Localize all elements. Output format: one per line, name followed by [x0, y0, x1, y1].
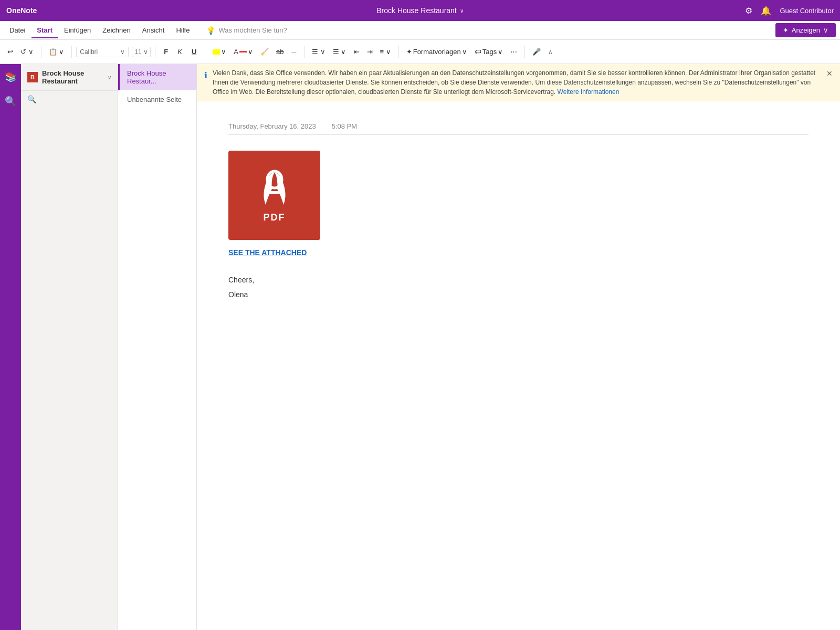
menu-hilfe[interactable]: Hilfe	[171, 24, 195, 36]
show-chevron: ∨	[823, 26, 828, 34]
list-group: ☰ ∨ ☰ ∨ ⇤ ⇥ ≡ ∨	[309, 46, 394, 58]
font-size-box[interactable]: 11 ∨	[132, 47, 151, 57]
indent-less-button[interactable]: ⇤	[351, 46, 363, 58]
tag-icon: 🏷	[475, 48, 481, 56]
infobar-close-icon[interactable]: ✕	[826, 68, 833, 79]
numbered-list-button[interactable]: ☰ ∨	[330, 46, 350, 58]
menu-ansicht[interactable]: Ansicht	[137, 24, 170, 36]
menubar: Datei Start Einfügen Zeichnen Ansicht Hi…	[0, 21, 840, 40]
show-button-label: Anzeigen	[792, 26, 820, 34]
show-button[interactable]: ✦ Anzeigen ∨	[775, 23, 836, 37]
undo-button[interactable]: ↩	[4, 46, 16, 58]
titlebar-right: ⚙ 🔔 Guest Contributor	[745, 6, 834, 16]
separator-5	[304, 46, 304, 58]
acrobat-svg	[256, 168, 293, 210]
bell-icon[interactable]: 🔔	[761, 6, 771, 16]
page-time: 5:08 PM	[332, 122, 357, 130]
tags-label: Tags	[482, 48, 497, 56]
separator-7	[524, 46, 525, 58]
main-layout: 📚 🔍 B Brock House Restaurant ∨ 🔍 Brock H…	[0, 64, 840, 630]
font-name-box[interactable]: Calibri ∨	[76, 47, 129, 57]
notebook-chevron-icon[interactable]: ∨	[108, 75, 111, 80]
notebook-header[interactable]: B Brock House Restaurant ∨	[21, 64, 118, 91]
separator-2	[71, 46, 72, 58]
toolbar: ↩ ↺ ∨ 📋 ∨ Calibri ∨ 11 ∨ F K U ∨ A ∨ 🧹 a…	[0, 40, 840, 64]
infobar: ℹ Vielen Dank, dass Sie Office verwenden…	[197, 64, 840, 101]
font-chevron: ∨	[120, 48, 125, 56]
notebook-title-bar[interactable]: Brock House Restaurant ∨	[376, 6, 464, 15]
strikethrough-button[interactable]: ab	[273, 46, 287, 58]
separator-1	[41, 46, 41, 58]
content-area: ℹ Vielen Dank, dass Sie Office verwenden…	[197, 64, 840, 630]
notebook-icon: B	[27, 72, 38, 82]
page-item-brock[interactable]: Brock House Restaur...	[118, 64, 196, 90]
underline-button[interactable]: U	[187, 46, 201, 58]
page-body-line2: Olena	[228, 287, 808, 302]
redo-button[interactable]: ↺ ∨	[17, 46, 37, 58]
undo-group: ↩ ↺ ∨	[4, 46, 37, 58]
styles-icon: ✦	[406, 48, 412, 56]
italic-button[interactable]: K	[173, 46, 186, 58]
settings-icon[interactable]: ⚙	[745, 6, 752, 16]
text-a-icon: A	[234, 48, 238, 56]
strikethrough-icon: ab	[276, 48, 284, 56]
pdf-link-text[interactable]: SEE THE ATTHACHED	[228, 248, 320, 257]
styles-button[interactable]: ✦ Formatvorlagen ∨	[403, 46, 470, 58]
menu-right: ✦ Anzeigen ∨	[775, 23, 836, 37]
notebooks-icon[interactable]: 📚	[3, 69, 18, 85]
menu-start[interactable]: Start	[32, 24, 58, 36]
infobar-link[interactable]: Weitere Informationen	[558, 88, 620, 96]
pdf-attachment[interactable]: PDF SEE THE ATTHACHED	[228, 151, 320, 257]
search-icon[interactable]: 🔍	[3, 93, 18, 109]
user-name: Guest Contributor	[780, 7, 834, 15]
separator-4	[205, 46, 205, 58]
dictate-button[interactable]: 🎤	[529, 46, 544, 58]
toolbar-expand-icon[interactable]: ∧	[548, 48, 553, 56]
bullet-list-button[interactable]: ☰ ∨	[309, 46, 329, 58]
search-placeholder-text: Was möchten Sie tun?	[218, 26, 287, 34]
notebook-search[interactable]: 🔍	[21, 91, 118, 108]
lightbulb-icon: 💡	[206, 26, 215, 35]
menu-zeichnen[interactable]: Zeichnen	[97, 24, 135, 36]
highlight-button[interactable]: ∨	[209, 46, 229, 58]
page-datetime: Thursday, February 16, 2023 5:08 PM	[228, 122, 808, 135]
menu-datei[interactable]: Datei	[4, 24, 30, 36]
eraser-icon: 🧹	[260, 48, 269, 56]
styles-label: Formatvorlagen	[413, 48, 461, 56]
font-size-chevron: ∨	[143, 48, 148, 56]
font-size-text: 11	[134, 48, 141, 56]
text-color-swatch	[239, 51, 247, 52]
page-item-brock-label: Brock House Restaur...	[127, 69, 166, 85]
separator-3	[155, 46, 155, 58]
app-name: OneNote	[6, 6, 37, 15]
clear-format-button[interactable]: 🧹	[257, 46, 272, 58]
magic-icon: ✦	[783, 26, 789, 34]
align-button[interactable]: ≡ ∨	[377, 46, 394, 58]
menu-einfuegen[interactable]: Einfügen	[59, 24, 96, 36]
highlight-icon	[213, 49, 220, 55]
sidebar-left: 📚 🔍	[0, 64, 21, 630]
more2-button[interactable]: ⋯	[507, 46, 520, 58]
page-date: Thursday, February 16, 2023	[228, 122, 316, 130]
notebook-panel: B Brock House Restaurant ∨ 🔍	[21, 64, 118, 630]
separator-6	[398, 46, 399, 58]
pdf-icon-container: PDF	[228, 151, 320, 240]
bold-button[interactable]: F	[160, 46, 172, 58]
clipboard-group: 📋 ∨	[46, 46, 68, 58]
svg-rect-1	[268, 191, 281, 194]
notebook-name: Brock House Restaurant	[42, 69, 103, 85]
infobar-text: Vielen Dank, dass Sie Office verwenden. …	[213, 68, 821, 97]
page-body-line1: Cheers,	[228, 272, 808, 287]
styles-group: ✦ Formatvorlagen ∨ 🏷 Tags ∨ ⋯	[403, 46, 521, 58]
tags-button[interactable]: 🏷 Tags ∨	[471, 46, 506, 58]
more-format-button[interactable]: ···	[288, 46, 300, 58]
highlight-group: ∨ A ∨ 🧹 ab ···	[209, 46, 300, 58]
text-color-button[interactable]: A ∨	[230, 46, 256, 58]
page-item-unnamed[interactable]: Unbenannte Seite	[118, 90, 196, 109]
indent-more-button[interactable]: ⇥	[364, 46, 376, 58]
format-group: F K U	[160, 46, 201, 58]
clipboard-button[interactable]: 📋 ∨	[46, 46, 68, 58]
titlebar: OneNote Brock House Restaurant ∨ ⚙ 🔔 Gue…	[0, 0, 840, 21]
page-body: Cheers, Olena	[228, 272, 808, 302]
menu-search[interactable]: 💡 Was möchten Sie tun?	[206, 26, 287, 35]
